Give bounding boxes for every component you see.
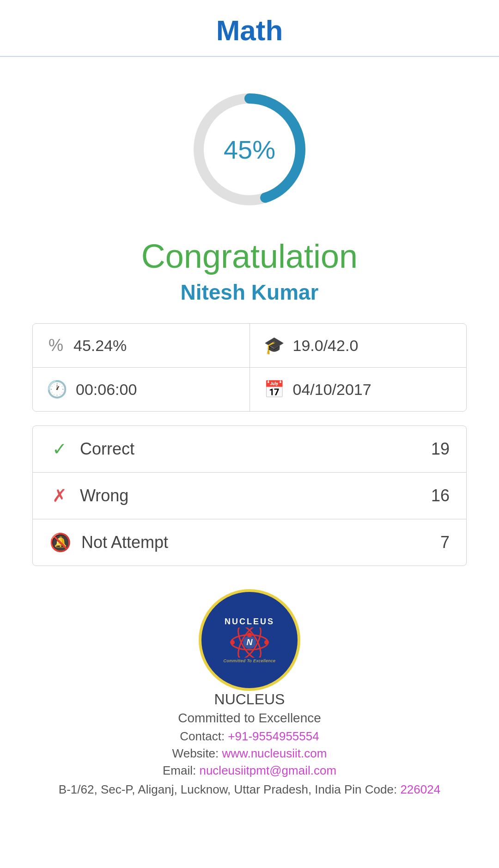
not-attempt-row: 🔕 Not Attempt 7 xyxy=(33,519,466,566)
stats-row-1: % 45.24% 🎓 19.0/42.0 xyxy=(33,324,466,368)
stats-cell-time: 🕐 00:06:00 xyxy=(33,368,250,411)
stats-grid: % 45.24% 🎓 19.0/42.0 🕐 00:06:00 📅 04/10/… xyxy=(32,323,467,412)
stats-cell-score: 🎓 19.0/42.0 xyxy=(250,324,467,367)
stats-cell-date: 📅 04/10/2017 xyxy=(250,368,467,411)
org-tagline: Committed to Excellence xyxy=(178,711,321,726)
not-attempt-count: 7 xyxy=(440,533,450,552)
wrong-icon: ✗ xyxy=(49,486,70,506)
clock-icon: 🕐 xyxy=(47,380,67,399)
time-value: 00:06:00 xyxy=(76,381,137,399)
wrong-left: ✗ Wrong xyxy=(49,486,128,506)
wrong-row: ✗ Wrong 16 xyxy=(33,473,466,519)
header: Math xyxy=(0,0,499,57)
pincode-link[interactable]: 226024 xyxy=(400,782,440,796)
org-name: NUCLEUS xyxy=(214,691,285,708)
wrong-label: Wrong xyxy=(80,486,128,505)
not-attempt-left: 🔕 Not Attempt xyxy=(49,532,168,553)
svg-point-7 xyxy=(247,633,252,637)
not-attempt-icon: 🔕 xyxy=(49,532,71,553)
org-address: B-1/62, Sec-P, Aliganj, Lucknow, Uttar P… xyxy=(40,781,459,799)
address-text: B-1/62, Sec-P, Aliganj, Lucknow, Uttar P… xyxy=(59,782,397,796)
graduation-icon: 🎓 xyxy=(264,336,285,355)
nucleus-logo: NUCLEUS N Committed To Excellence xyxy=(199,589,300,691)
wrong-count: 16 xyxy=(431,486,450,505)
correct-row: ✓ Correct 19 xyxy=(33,426,466,473)
percent-icon: % xyxy=(47,336,65,355)
svg-text:N: N xyxy=(247,638,253,647)
correct-icon: ✓ xyxy=(49,439,70,459)
score-value: 19.0/42.0 xyxy=(293,337,359,355)
email-link[interactable]: nucleusiitpmt@gmail.com xyxy=(199,763,336,777)
student-name: Nitesh Kumar xyxy=(180,280,318,305)
stats-row-2: 🕐 00:06:00 📅 04/10/2017 xyxy=(33,368,466,411)
correct-left: ✓ Correct xyxy=(49,439,134,459)
calendar-icon: 📅 xyxy=(264,380,285,399)
donut-chart: 45% xyxy=(185,85,314,214)
contact-label: Contact: xyxy=(180,729,225,743)
correct-label: Correct xyxy=(80,439,134,459)
nucleus-top-label: NUCLEUS xyxy=(225,617,274,627)
logo-section: NUCLEUS N Committed To Excellence NUCLEU… xyxy=(40,589,459,799)
percentage-value: 45.24% xyxy=(73,337,127,355)
correct-count: 19 xyxy=(431,439,450,459)
not-attempt-label: Not Attempt xyxy=(81,533,168,552)
congratulation-text: Congratulation xyxy=(141,237,358,275)
svg-point-8 xyxy=(230,640,235,645)
stats-cell-percentage: % 45.24% xyxy=(33,324,250,367)
org-email: Email: nucleusiitpmt@gmail.com xyxy=(163,763,336,778)
org-website: Website: www.nucleusiit.com xyxy=(172,746,327,761)
results-box: ✓ Correct 19 ✗ Wrong 16 🔕 Not Attempt 7 xyxy=(32,425,467,566)
email-label: Email: xyxy=(163,763,196,777)
website-label: Website: xyxy=(172,746,219,760)
contact-link[interactable]: +91-9554955554 xyxy=(228,729,319,743)
website-link[interactable]: www.nucleusiit.com xyxy=(222,746,327,760)
page-title: Math xyxy=(216,14,283,46)
date-value: 04/10/2017 xyxy=(293,381,371,399)
svg-point-9 xyxy=(264,640,269,645)
percentage-display: 45% xyxy=(224,135,275,165)
nucleus-bottom-label: Committed To Excellence xyxy=(223,659,275,663)
org-contact: Contact: +91-9554955554 xyxy=(180,729,319,744)
atom-svg: N xyxy=(229,628,270,658)
